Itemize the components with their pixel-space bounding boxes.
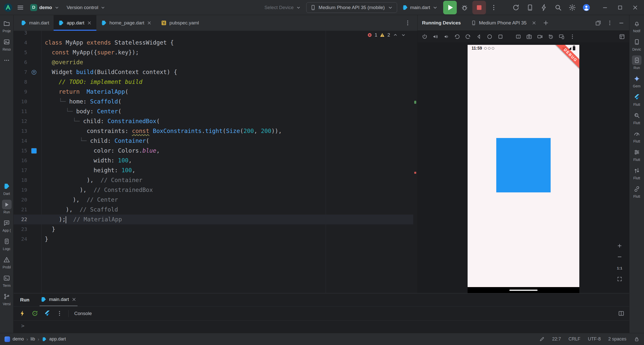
- snapshot-icon[interactable]: [548, 33, 554, 40]
- override-gutter-icon[interactable]: [31, 70, 37, 75]
- hot-reload-icon[interactable]: [19, 310, 26, 317]
- run-tab-main-dart[interactable]: main.dart: [40, 293, 78, 306]
- mirror-icon[interactable]: [558, 33, 565, 40]
- tool-stripe-flutter-performance[interactable]: Flutt: [629, 129, 644, 143]
- more-vertical-icon[interactable]: [569, 33, 576, 40]
- code-line-6[interactable]: 6 @override: [14, 57, 413, 67]
- power-icon[interactable]: [422, 33, 428, 40]
- close-icon[interactable]: [632, 4, 638, 11]
- tool-stripe-flutter-deep-links[interactable]: Flutt: [629, 184, 644, 198]
- code-line-15[interactable]: 15 color: Colors.blue,: [14, 146, 413, 156]
- vcs-widget[interactable]: Version control: [65, 3, 108, 12]
- device-nav-bar[interactable]: [468, 287, 579, 293]
- tab-app.dart[interactable]: app.dart: [54, 15, 96, 31]
- tool-stripe-more-tool-windows[interactable]: [0, 55, 13, 65]
- inspections-widget[interactable]: 1 2: [367, 32, 406, 38]
- tool-stripe-flutter-inspector[interactable]: Flutt: [629, 111, 644, 125]
- zoom-in-button[interactable]: [616, 242, 624, 250]
- status-line-separator[interactable]: CRLF: [569, 336, 580, 342]
- code-line-12[interactable]: 12 └─ child: ConstrainedBox(: [14, 116, 413, 126]
- minimize-icon[interactable]: [602, 4, 608, 11]
- fold-icon[interactable]: [515, 33, 521, 40]
- more-vertical-icon[interactable]: [56, 310, 63, 317]
- project-selector[interactable]: D demo: [28, 3, 62, 13]
- tool-stripe-flutter-network[interactable]: Flutt: [629, 166, 644, 180]
- status-cursor-position[interactable]: 22:7: [552, 336, 561, 342]
- code-line-21[interactable]: 21 ), // Scaffold: [14, 205, 413, 215]
- next-problem-button[interactable]: [401, 32, 406, 38]
- code-line-4[interactable]: 4class MyApp extends StatelessWidget {: [14, 38, 413, 48]
- code-line-20[interactable]: 20 ), // Center: [14, 195, 413, 205]
- console-layout-button[interactable]: [618, 310, 625, 317]
- console-output[interactable]: >: [14, 321, 629, 329]
- tool-stripe-flutter-outline[interactable]: Flutt: [629, 92, 644, 107]
- gradle-sync-icon[interactable]: [512, 4, 520, 11]
- close-tab-icon[interactable]: [87, 20, 92, 25]
- overview-icon[interactable]: [497, 33, 504, 40]
- breadcrumb-demo[interactable]: demo: [13, 336, 24, 342]
- emulator-device[interactable]: 11:59 3G DEBUG: [468, 45, 579, 293]
- tool-stripe-app-quality-insights[interactable]: App (: [0, 218, 13, 232]
- flutter-icon[interactable]: [44, 310, 51, 317]
- screenshot-icon[interactable]: [526, 33, 532, 40]
- code-editor[interactable]: 34class MyApp extends StatelessWidget {5…: [14, 31, 417, 293]
- run-config-selector[interactable]: main.dart: [400, 3, 440, 12]
- code-line-9[interactable]: 9 return MaterialApp(: [14, 87, 413, 97]
- prev-problem-button[interactable]: [393, 32, 398, 38]
- close-tab-icon[interactable]: [147, 20, 152, 25]
- tool-stripe-resource-manager[interactable]: Reso: [0, 37, 13, 51]
- tool-stripe-project[interactable]: Proje: [0, 19, 13, 33]
- tab-pubspec.yaml[interactable]: pubspec.yaml: [156, 15, 203, 31]
- run-button[interactable]: [443, 1, 457, 14]
- zoom-reset-button[interactable]: 1:1: [616, 264, 624, 272]
- rotate-right-icon[interactable]: [465, 33, 471, 40]
- search-icon[interactable]: [554, 4, 562, 11]
- add-device-button[interactable]: [543, 20, 549, 26]
- status-indent-style[interactable]: 2 spaces: [608, 336, 626, 342]
- zoom-fit-button[interactable]: [616, 275, 624, 283]
- tool-stripe-version-control[interactable]: Versi: [0, 292, 13, 306]
- zoom-out-button[interactable]: [616, 253, 624, 261]
- stop-button[interactable]: [472, 1, 486, 14]
- code-line-24[interactable]: 24}: [14, 234, 413, 244]
- code-line-19[interactable]: 19 ), // ConstrainedBox: [14, 185, 413, 195]
- tool-stripe-problems[interactable]: Probl: [0, 255, 13, 269]
- breadcrumb-lib[interactable]: lib: [30, 336, 35, 342]
- back-icon[interactable]: [476, 33, 482, 40]
- tool-stripe-notifications[interactable]: Notif: [629, 19, 644, 33]
- code-line-18[interactable]: 18 ), // Container: [14, 175, 413, 185]
- minimize-icon[interactable]: [618, 20, 625, 26]
- tabs-options-button[interactable]: [404, 19, 411, 26]
- record-icon[interactable]: [537, 33, 543, 40]
- code-line-17[interactable]: 17 height: 100,: [14, 165, 413, 175]
- device-screen[interactable]: 11:59 3G DEBUG: [468, 45, 579, 287]
- code-line-5[interactable]: 5 const MyApp({super.key});: [14, 48, 413, 57]
- code-line-23[interactable]: 23 }: [14, 224, 413, 234]
- code-area[interactable]: 34class MyApp extends StatelessWidget {5…: [14, 31, 413, 244]
- device-tab[interactable]: Medium Phone API 35: [471, 15, 537, 30]
- avatar-icon[interactable]: [583, 4, 590, 11]
- tool-stripe-terminal[interactable]: Term: [0, 273, 13, 288]
- tool-stripe-run[interactable]: Run: [0, 200, 13, 214]
- lock-icon[interactable]: [634, 336, 639, 342]
- tool-stripe-flutter-property-editor[interactable]: Flutt: [629, 147, 644, 162]
- code-line-8[interactable]: 8 // TODO: implement build: [14, 77, 413, 87]
- volume-down-icon[interactable]: [443, 33, 449, 40]
- device-selector[interactable]: Medium Phone API 35 (mobile): [306, 2, 397, 13]
- code-line-13[interactable]: 13 constraints: const BoxConstraints.tig…: [14, 126, 413, 136]
- settings-icon[interactable]: [569, 4, 576, 11]
- tool-stripe-dart-analysis[interactable]: Dart: [0, 181, 13, 196]
- breadcrumb[interactable]: demo›lib›app.dart: [13, 336, 66, 342]
- window-icon[interactable]: [619, 33, 625, 40]
- close-device-tab-button[interactable]: [532, 20, 537, 25]
- close-run-tab-button[interactable]: [71, 297, 77, 302]
- home-icon[interactable]: [486, 33, 493, 40]
- gesture-pill[interactable]: [509, 290, 538, 291]
- tool-stripe-running-devices[interactable]: Run: [629, 55, 644, 70]
- maximize-icon[interactable]: [617, 4, 623, 11]
- tool-stripe-logcat[interactable]: Logc: [0, 236, 13, 251]
- rotate-left-icon[interactable]: [454, 33, 460, 40]
- code-line-16[interactable]: 16 width: 100,: [14, 156, 413, 165]
- code-line-11[interactable]: 11 └─ body: Center(: [14, 107, 413, 116]
- color-swatch-blue[interactable]: [31, 148, 37, 154]
